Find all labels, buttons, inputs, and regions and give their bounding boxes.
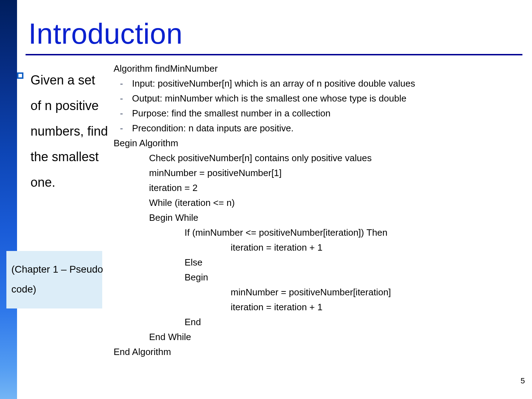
code-end-algorithm: End Algorithm	[114, 344, 525, 359]
code-line: While (iteration <= n)	[114, 195, 525, 210]
code-meta-line: Purpose: find the smallest number in a c…	[114, 106, 525, 121]
page-number: 5	[521, 376, 525, 386]
code-meta-line: Input: positiveNumber[n] which is an arr…	[114, 76, 525, 91]
code-inner-line: iteration = iteration + 1	[114, 300, 525, 315]
bullet-square-icon	[17, 72, 23, 79]
code-end-inner: End	[114, 315, 525, 329]
code-begin-inner: Begin	[114, 270, 525, 285]
code-else: Else	[114, 255, 525, 270]
code-header: Algorithm findMinNumber	[114, 61, 525, 76]
code-meta-line: Output: minNumber which is the smallest …	[114, 91, 525, 106]
code-line: iteration = 2	[114, 180, 525, 195]
side-gradient-bar	[0, 0, 17, 399]
code-line: minNumber = positiveNumber[1]	[114, 165, 525, 180]
code-inner-line: minNumber = positiveNumber[iteration]	[114, 285, 525, 300]
pseudocode-block: Algorithm findMinNumber Input: positiveN…	[114, 61, 525, 359]
title-underline	[26, 54, 522, 55]
code-line: Begin While	[114, 210, 525, 225]
bullet-text: Given a set of n positive numbers, find …	[31, 67, 109, 195]
code-meta-line: Precondition: n data inputs are positive…	[114, 121, 525, 136]
code-end-while: End While	[114, 329, 525, 344]
code-if: If (minNumber <= positiveNumber[iteratio…	[114, 225, 525, 240]
slide-title: Introduction	[28, 17, 183, 50]
code-begin: Begin Algorithm	[114, 136, 525, 151]
slide: Introduction Given a set of n positive n…	[0, 0, 532, 399]
chapter-note: (Chapter 1 – Pseudo code)	[11, 259, 104, 299]
code-then: iteration = iteration + 1	[114, 240, 525, 255]
code-line: Check positiveNumber[n] contains only po…	[114, 151, 525, 165]
